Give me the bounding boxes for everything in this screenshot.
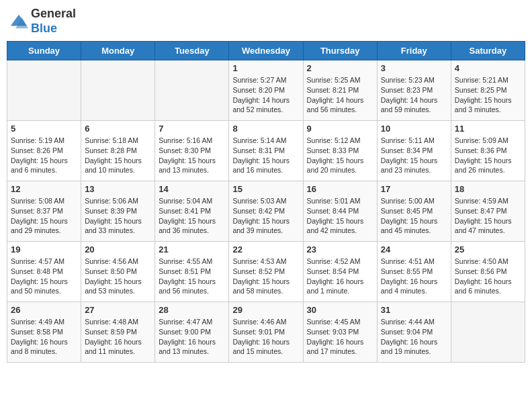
day-info: Sunset: 8:28 PM [85,146,151,156]
day-number: 28 [159,305,225,315]
day-info: Sunset: 8:58 PM [11,327,77,337]
day-info: Daylight: 15 hours and 6 minutes. [11,156,77,175]
calendar-cell: 4Sunrise: 5:21 AMSunset: 8:25 PMDaylight… [451,60,525,121]
logo: General Blue [9,7,76,36]
day-info: Sunrise: 4:50 AM [455,257,521,267]
calendar-cell: 9Sunrise: 5:12 AMSunset: 8:33 PMDaylight… [303,121,377,181]
calendar-cell [155,60,229,121]
calendar-cell: 6Sunrise: 5:18 AMSunset: 8:28 PMDaylight… [81,121,155,181]
day-info: Sunrise: 4:52 AM [307,257,373,267]
day-info: Daylight: 15 hours and 20 minutes. [307,156,373,175]
day-info: Sunset: 8:31 PM [232,146,299,156]
day-info: Sunrise: 5:19 AM [11,136,77,146]
day-info: Daylight: 15 hours and 33 minutes. [85,216,151,236]
day-info: Sunrise: 5:06 AM [85,196,151,206]
day-number: 18 [455,184,521,194]
day-info: Sunrise: 4:48 AM [85,317,151,327]
day-info: Sunset: 8:26 PM [11,146,77,156]
day-info: Sunrise: 4:55 AM [159,257,225,267]
day-info: Daylight: 15 hours and 3 minutes. [455,95,521,115]
day-number: 7 [159,124,225,134]
day-info: Sunrise: 4:56 AM [85,257,151,267]
calendar-cell: 5Sunrise: 5:19 AMSunset: 8:26 PMDaylight… [7,121,81,181]
day-info: Daylight: 15 hours and 56 minutes. [159,277,225,296]
day-info: Daylight: 15 hours and 29 minutes. [11,216,77,236]
day-number: 8 [232,124,299,134]
day-info: Sunset: 8:33 PM [307,146,373,156]
day-info: Sunrise: 5:01 AM [307,196,373,206]
calendar-cell: 24Sunrise: 4:51 AMSunset: 8:55 PMDayligh… [377,242,451,302]
day-info: Sunrise: 5:25 AM [307,75,373,85]
day-of-week-thursday: Thursday [303,42,377,60]
day-number: 6 [85,124,151,134]
day-info: Sunrise: 4:57 AM [11,257,77,267]
day-info: Sunset: 8:54 PM [307,267,373,277]
day-info: Sunset: 8:48 PM [11,267,77,277]
day-number: 20 [85,244,151,255]
day-info: Daylight: 15 hours and 39 minutes. [232,216,299,236]
day-info: Daylight: 14 hours and 52 minutes. [232,95,299,115]
day-of-week-monday: Monday [81,42,155,60]
day-info: Sunrise: 5:23 AM [381,75,447,85]
calendar-cell: 16Sunrise: 5:01 AMSunset: 8:44 PMDayligh… [303,181,377,242]
calendar-cell [81,60,155,121]
calendar-cell: 13Sunrise: 5:06 AMSunset: 8:39 PMDayligh… [81,181,155,242]
day-number: 19 [11,244,77,255]
day-info: Daylight: 15 hours and 47 minutes. [455,216,521,236]
day-number: 26 [11,305,77,315]
day-info: Sunrise: 4:45 AM [307,317,373,327]
day-info: Sunrise: 5:21 AM [455,75,521,85]
day-info: Daylight: 15 hours and 36 minutes. [159,216,225,236]
day-number: 10 [381,124,447,134]
day-info: Sunrise: 5:27 AM [232,75,299,85]
day-info: Sunset: 8:47 PM [455,206,521,216]
day-info: Sunset: 8:44 PM [307,206,373,216]
day-info: Daylight: 16 hours and 4 minutes. [381,277,447,296]
day-info: Daylight: 16 hours and 15 minutes. [232,337,299,357]
day-info: Sunset: 8:21 PM [307,85,373,95]
day-info: Sunrise: 5:12 AM [307,136,373,146]
calendar-cell: 14Sunrise: 5:04 AMSunset: 8:41 PMDayligh… [155,181,229,242]
day-info: Sunrise: 5:18 AM [85,136,151,146]
day-info: Sunset: 8:59 PM [85,327,151,337]
day-number: 4 [455,63,521,73]
day-info: Sunrise: 5:04 AM [159,196,225,206]
day-info: Sunset: 8:37 PM [11,206,77,216]
day-number: 1 [232,63,299,73]
day-info: Daylight: 15 hours and 26 minutes. [455,156,521,175]
day-info: Daylight: 16 hours and 19 minutes. [381,337,447,357]
logo-line1: General [31,7,76,21]
day-info: Daylight: 16 hours and 13 minutes. [159,337,225,357]
day-info: Sunset: 9:03 PM [307,327,373,337]
calendar-cell: 20Sunrise: 4:56 AMSunset: 8:50 PMDayligh… [81,242,155,302]
calendar-cell: 2Sunrise: 5:25 AMSunset: 8:21 PMDaylight… [303,60,377,121]
day-number: 29 [232,305,299,315]
logo-icon [9,12,28,31]
day-info: Sunrise: 4:46 AM [232,317,299,327]
calendar-cell: 19Sunrise: 4:57 AMSunset: 8:48 PMDayligh… [7,242,81,302]
calendar-cell: 31Sunrise: 4:44 AMSunset: 9:04 PMDayligh… [377,302,451,363]
day-info: Daylight: 16 hours and 17 minutes. [307,337,373,357]
day-info: Sunset: 8:55 PM [381,267,447,277]
day-info: Daylight: 16 hours and 11 minutes. [85,337,151,357]
day-info: Daylight: 15 hours and 42 minutes. [307,216,373,236]
day-info: Sunrise: 5:08 AM [11,196,77,206]
day-info: Daylight: 14 hours and 56 minutes. [307,95,373,115]
day-info: Sunset: 8:39 PM [85,206,151,216]
day-number: 9 [307,124,373,134]
day-number: 22 [232,244,299,255]
day-info: Sunrise: 4:53 AM [232,257,299,267]
day-info: Sunrise: 5:03 AM [232,196,299,206]
calendar-cell: 28Sunrise: 4:47 AMSunset: 9:00 PMDayligh… [155,302,229,363]
calendar-cell [451,302,525,363]
day-number: 21 [159,244,225,255]
day-info: Sunset: 9:04 PM [381,327,447,337]
day-number: 15 [232,184,299,194]
day-info: Sunset: 8:23 PM [381,85,447,95]
calendar-cell: 30Sunrise: 4:45 AMSunset: 9:03 PMDayligh… [303,302,377,363]
calendar-cell: 27Sunrise: 4:48 AMSunset: 8:59 PMDayligh… [81,302,155,363]
calendar-cell: 8Sunrise: 5:14 AMSunset: 8:31 PMDaylight… [229,121,303,181]
day-number: 24 [381,244,447,255]
day-number: 23 [307,244,373,255]
calendar-cell: 17Sunrise: 5:00 AMSunset: 8:45 PMDayligh… [377,181,451,242]
